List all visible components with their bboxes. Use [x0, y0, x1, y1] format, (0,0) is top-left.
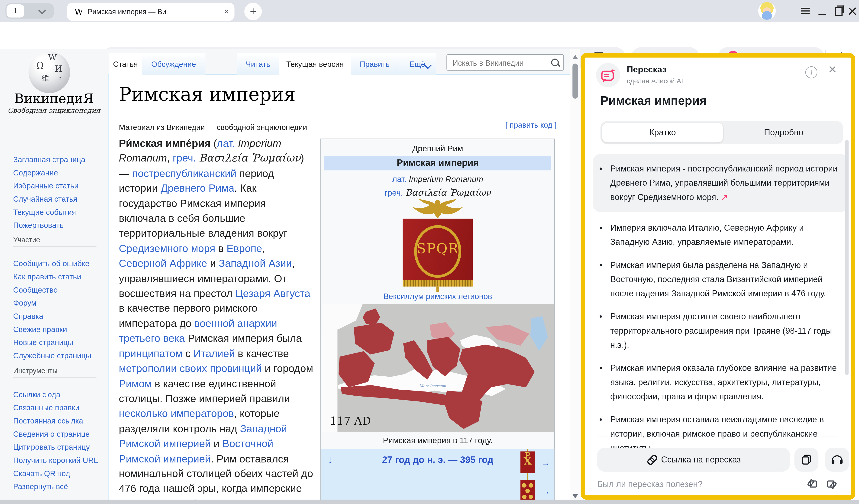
scroll-down-icon[interactable] — [572, 494, 578, 499]
sidebar-item-page-info[interactable]: Сведения о странице — [13, 428, 100, 439]
sidebar-item-contents[interactable]: Содержание — [13, 167, 100, 178]
retell-link-button[interactable]: Ссылка на пересказ — [597, 448, 790, 472]
infobox-latin-name: лат. Imperium Romanum — [321, 174, 555, 184]
sidebar-item-special-pages[interactable]: Служебные страницы — [13, 350, 100, 361]
window-bottom-edge — [0, 500, 859, 504]
bullet-item-highlighted[interactable]: Римская империя - постреспубликанский пе… — [593, 154, 848, 212]
scrollbar-thumb[interactable] — [572, 64, 578, 98]
scroll-up-icon[interactable] — [572, 55, 578, 59]
wiki-search-input[interactable] — [451, 56, 547, 70]
restore-icon[interactable] — [835, 7, 843, 16]
link-postrepublican[interactable]: постреспубликанский — [132, 168, 237, 179]
link-grc[interactable]: греч. — [385, 188, 403, 197]
wikipedia-globe-logo[interactable]: W Ω И 維 ˀ — [29, 51, 70, 93]
new-tab-button[interactable]: + — [244, 3, 262, 20]
tab-brief[interactable]: Кратко — [602, 123, 723, 142]
link-latin[interactable]: лат. — [217, 138, 235, 149]
vexillum-caption[interactable]: Вексиллум римских легионов — [321, 292, 555, 301]
dots-banner[interactable] — [521, 480, 534, 502]
link-lat[interactable]: лат. — [392, 174, 407, 184]
link-west-asia[interactable]: Западной Азии — [219, 258, 292, 269]
tab-discussion[interactable]: Обсуждение — [142, 53, 205, 75]
tab-group-button[interactable]: 1 — [5, 3, 54, 18]
tab-close-icon[interactable]: × — [224, 6, 229, 16]
sidebar-item-how-to-edit[interactable]: Как править статьи — [13, 271, 100, 282]
external-link-icon[interactable]: ↗ — [721, 192, 728, 202]
info-icon[interactable]: i — [805, 66, 817, 78]
sidebar-item-forum[interactable]: Форум — [13, 297, 100, 308]
tab-edit[interactable]: Править — [351, 53, 399, 75]
sidebar-nav: Заглавная страница Содержание Избранные … — [13, 154, 100, 233]
sidebar-item-help[interactable]: Справка — [13, 311, 100, 322]
profile-avatar[interactable] — [758, 2, 776, 20]
page-scrollbar[interactable] — [570, 49, 580, 504]
link-rome[interactable]: Римом — [119, 378, 152, 390]
copy-button[interactable] — [794, 448, 818, 472]
sidebar-item-main[interactable]: Заглавная страница — [13, 154, 100, 165]
sidebar-item-qr-code[interactable]: Скачать QR-код — [13, 468, 100, 479]
banner-fringe — [403, 280, 473, 286]
sidebar-item-random[interactable]: Случайная статья — [13, 193, 100, 204]
next-state-arrow[interactable]: → — [541, 487, 550, 497]
sidebar-item-featured[interactable]: Избранные статьи — [13, 180, 100, 191]
tab-article[interactable]: Статья — [109, 53, 142, 76]
window-close-icon[interactable] — [848, 6, 857, 15]
edit-code-link[interactable]: [ править код ] — [482, 120, 557, 129]
link-metropole[interactable]: метрополии своих провинций — [119, 363, 262, 374]
tab-more[interactable]: Ещё — [399, 53, 436, 75]
bullet-item: Римская империя была разделена на Западн… — [593, 258, 848, 301]
panel-close-icon[interactable]: × — [828, 61, 837, 78]
infobox-state[interactable]: Древний Рим — [321, 139, 555, 155]
chi-rho-banner[interactable]: PX — [521, 451, 534, 473]
next-state-arrow[interactable]: → — [541, 458, 550, 468]
headphones-icon — [832, 455, 843, 464]
link-europe[interactable]: Европе — [227, 243, 262, 254]
sidebar-item-recent-changes[interactable]: Свежие правки — [13, 324, 100, 335]
sidebar-item-current-events[interactable]: Текущие события — [13, 207, 100, 217]
wikipedia-page: W Ω И 維 ˀ ВикипедиЯ Свободная энциклопед… — [0, 49, 579, 504]
sidebar-item-new-pages[interactable]: Новые страницы — [13, 337, 100, 348]
link-italy[interactable]: Италией — [194, 348, 235, 359]
sidebar-item-short-url[interactable]: Получить короткий URL — [13, 455, 100, 466]
sidebar-item-permanent-link[interactable]: Постоянная ссылка — [13, 415, 100, 426]
link-several-emperors[interactable]: несколько императоров — [119, 408, 234, 419]
sidebar-item-report-error[interactable]: Сообщить об ошибке — [13, 258, 100, 269]
link-icon — [645, 454, 657, 466]
link-caesar-augustus[interactable]: Цезаря Августа — [235, 288, 310, 299]
thumbs-up-icon[interactable] — [809, 480, 817, 488]
link-ancient-rome[interactable]: Древнего Рима — [161, 183, 234, 194]
link-north-africa[interactable]: Северной Африке — [119, 258, 207, 269]
tab-detailed[interactable]: Подробно — [723, 123, 844, 142]
sidebar-item-what-links-here[interactable]: Ссылки сюда — [13, 389, 100, 400]
link-greek[interactable]: греч. — [172, 152, 196, 164]
minimize-icon[interactable] — [818, 14, 826, 16]
tab-group-count[interactable]: 1 — [6, 4, 24, 18]
active-tab[interactable]: W Римская империя — Ви × — [67, 3, 235, 21]
article-byline: Материал из Википедии — свободной энцикл… — [119, 123, 307, 132]
wiki-search-box[interactable] — [447, 54, 563, 71]
empire-years[interactable]: 27 год до н. э. — 395 год — [321, 455, 555, 466]
tab-current-version[interactable]: Текущая версия — [280, 53, 351, 76]
tab-read[interactable]: Читать — [237, 53, 280, 75]
menu-icon[interactable] — [801, 7, 810, 9]
panel-title: Пересказ — [627, 65, 667, 75]
sidebar-item-expand-all[interactable]: Развернуть всё — [13, 481, 100, 492]
link-mediterranean[interactable]: Средиземного моря — [119, 243, 215, 254]
thumbs-down-icon[interactable] — [827, 480, 835, 488]
copy-icon — [802, 455, 811, 464]
panel-scrollbar-thumb[interactable] — [845, 140, 848, 375]
search-icon[interactable] — [551, 59, 559, 66]
sidebar-item-donate[interactable]: Пожертвовать — [13, 220, 100, 231]
link-principate[interactable]: принципатом — [119, 348, 182, 359]
chevron-down-icon[interactable] — [38, 6, 46, 14]
wikipedia-wordmark[interactable]: ВикипедиЯ — [0, 91, 108, 106]
empire-map-image[interactable]: Mare Internum 117 AD — [322, 304, 553, 433]
sidebar-item-community[interactable]: Сообщество — [13, 284, 100, 295]
banner-pole — [436, 287, 439, 292]
sidebar-tools: Ссылки сюда Связанные правки Постоянная … — [13, 389, 100, 494]
sidebar-item-cite-page[interactable]: Цитировать страницу — [13, 442, 100, 453]
vexillum-image[interactable]: SPQR — [321, 198, 555, 290]
spqr-text: SPQR — [403, 241, 473, 256]
listen-button[interactable] — [825, 448, 849, 472]
sidebar-item-related-changes[interactable]: Связанные правки — [13, 402, 100, 413]
